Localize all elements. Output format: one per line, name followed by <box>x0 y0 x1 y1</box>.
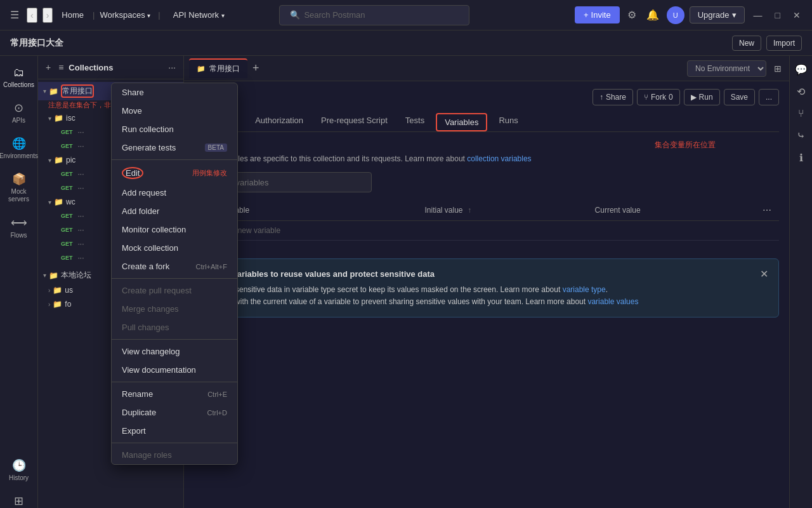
ctx-create-pull: Create pull request <box>112 281 237 300</box>
history-icon: 🕒 <box>12 458 26 472</box>
fork-icon: ⑂ <box>644 93 648 102</box>
folder-label-isc: isc <box>66 114 75 123</box>
sidebar-item-mock-servers[interactable]: 📦 Mock servers <box>3 167 36 208</box>
tab-authorization[interactable]: Authorization <box>246 110 312 131</box>
flows-icon: ⟷ <box>11 216 27 230</box>
method-badge: GET <box>58 184 75 192</box>
ctx-add-request[interactable]: Add request <box>112 184 237 202</box>
ctx-mock[interactable]: Mock collection <box>112 239 237 257</box>
banner-close-button[interactable]: ✕ <box>760 268 768 280</box>
chevron-right-icon: › <box>48 301 50 308</box>
rs-info-icon[interactable]: ℹ <box>797 149 806 166</box>
tab-runs[interactable]: Runs <box>490 110 527 131</box>
ctx-generate-tests[interactable]: Generate tests BETA <box>112 138 237 157</box>
request-label: ··· <box>78 170 84 178</box>
ctx-divider-2 <box>112 278 237 279</box>
workspaces-link[interactable]: Workspaces ▾ <box>100 10 150 20</box>
share-button[interactable]: ↑ Share <box>593 89 633 105</box>
request-label: ··· <box>78 128 84 137</box>
rs-connectors-icon[interactable]: ⤷ <box>794 127 808 144</box>
ctx-share[interactable]: Share <box>112 83 237 102</box>
tab-常用接口[interactable]: 📁 常用接口 <box>189 58 247 78</box>
ctx-divider-4 <box>112 382 237 382</box>
collection-icon: 📁 <box>49 87 58 96</box>
environment-selector[interactable]: No Environment <box>687 60 766 77</box>
rs-forks-icon[interactable]: ⑂ <box>796 105 807 122</box>
minimize-button[interactable]: — <box>750 9 766 22</box>
invite-button[interactable]: + Invite <box>575 6 620 23</box>
method-badge: GET <box>58 170 75 178</box>
sidebar-item-flows[interactable]: ⟷ Flows <box>3 211 36 244</box>
collection-icon: 📁 <box>49 271 58 280</box>
sidebar-item-explore[interactable]: ⊞ <box>3 489 36 508</box>
search-bar[interactable]: 🔍 Search Postman <box>279 5 469 25</box>
ctx-divider-5 <box>112 443 237 443</box>
back-button[interactable]: ‹ <box>27 8 37 23</box>
folder-label-fo: fo <box>65 300 71 309</box>
add-variable-cell[interactable]: Add new variable <box>214 221 417 241</box>
ctx-edit[interactable]: Edit 用例集修改 <box>112 163 237 184</box>
method-badge: GET <box>58 142 75 150</box>
table-header-row: Variable Initial value ↑ Current value ⋯ <box>194 200 779 221</box>
add-actions-cell <box>755 221 779 241</box>
new-button[interactable]: New <box>732 36 761 51</box>
explore-icon: ⊞ <box>14 494 23 508</box>
tab-pre-request[interactable]: Pre-request Script <box>312 110 396 131</box>
ctx-changelog[interactable]: View changelog <box>112 342 237 361</box>
chevron-icon: ▾ <box>48 157 51 164</box>
maximize-button[interactable]: □ <box>771 9 784 22</box>
chevron-icon: ▾ <box>48 199 51 206</box>
sidebar-item-collections[interactable]: 🗂 Collections <box>3 61 36 93</box>
add-variable-row[interactable]: Add new variable <box>194 221 779 241</box>
more-actions-button[interactable]: ... <box>759 89 779 105</box>
folder-icon: 📁 <box>54 114 63 123</box>
variable-values-link[interactable]: variable values <box>587 297 638 306</box>
ctx-add-folder[interactable]: Add folder <box>112 202 237 220</box>
sidebar-item-history[interactable]: 🕒 History <box>3 453 36 486</box>
collections-menu-button[interactable]: ≡ <box>56 61 66 74</box>
fork-button[interactable]: ⑂ Fork 0 <box>637 89 680 105</box>
menu-icon[interactable]: ☰ <box>8 6 22 23</box>
api-network-link[interactable]: API Network ▾ <box>173 10 225 20</box>
close-button[interactable]: ✕ <box>789 9 804 22</box>
avatar[interactable]: U <box>667 6 684 24</box>
th-initial-value[interactable]: Initial value ↑ <box>417 200 587 221</box>
run-button[interactable]: ▶ Run <box>684 89 720 105</box>
info-text: Use variables to reuse values and protec… <box>215 268 754 308</box>
sidebar-item-apis[interactable]: ⊙ APIs <box>3 96 36 129</box>
forward-button[interactable]: › <box>43 8 53 23</box>
save-button[interactable]: Save <box>724 89 755 105</box>
rs-comments-icon[interactable]: 💬 <box>792 61 810 78</box>
chevron-icon: ▾ <box>43 272 46 279</box>
ctx-export[interactable]: Export <box>112 422 237 440</box>
collections-more-button[interactable]: ··· <box>166 61 178 74</box>
ctx-monitor[interactable]: Monitor collection <box>112 220 237 239</box>
ctx-docs[interactable]: View documentation <box>112 361 237 379</box>
upgrade-button[interactable]: Upgrade ▾ <box>690 6 745 23</box>
add-tab-button[interactable]: + <box>250 62 262 75</box>
sub-tabs: Overview Authorization Pre-request Scrip… <box>194 110 779 132</box>
fork-shortcut: Ctrl+Alt+F <box>195 263 227 271</box>
tab-tests[interactable]: Tests <box>396 110 433 131</box>
add-collection-button[interactable]: + <box>43 61 53 74</box>
method-badge: GET <box>58 254 75 262</box>
variable-type-link[interactable]: variable type <box>563 285 606 294</box>
collection-variables-link[interactable]: collection variables <box>467 154 531 163</box>
env-manager-icon[interactable]: ⊞ <box>771 61 784 76</box>
variables-content: 集合变量所在位置 These variables are specific to… <box>184 132 789 248</box>
ctx-duplicate[interactable]: Duplicate Ctrl+D <box>112 403 237 422</box>
ctx-move[interactable]: Move <box>112 102 237 120</box>
settings-icon[interactable]: ⚙ <box>625 6 639 23</box>
home-link[interactable]: Home <box>62 10 84 20</box>
rs-history-icon[interactable]: ⟲ <box>794 83 808 100</box>
notifications-icon[interactable]: 🔔 <box>644 6 662 23</box>
folder-icon: 📁 <box>54 197 63 206</box>
ctx-run-collection[interactable]: Run collection <box>112 120 237 138</box>
ctx-rename[interactable]: Rename Ctrl+E <box>112 385 237 403</box>
sidebar-item-environments[interactable]: 🌐 Environments <box>3 131 36 164</box>
th-variable[interactable]: Variable <box>214 200 417 221</box>
table-more-button[interactable]: ⋯ <box>763 205 771 215</box>
import-button[interactable]: Import <box>766 36 802 51</box>
ctx-fork[interactable]: Create a fork Ctrl+Alt+F <box>112 257 237 276</box>
tab-variables[interactable]: Variables <box>436 113 487 131</box>
